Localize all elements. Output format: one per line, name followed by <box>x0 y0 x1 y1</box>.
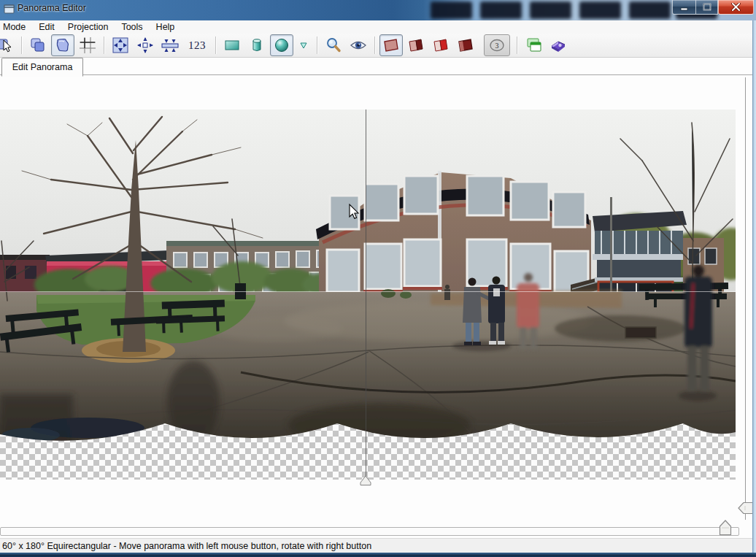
center-view-icon <box>136 37 154 54</box>
image-count-text: 3 <box>495 42 499 50</box>
background-window-button <box>431 1 472 19</box>
yaw-slider-track[interactable] <box>0 527 739 536</box>
maximize-icon <box>703 3 711 11</box>
tab-edit-panorama[interactable]: Edit Panorama <box>1 58 83 77</box>
identify-mode-icon <box>54 37 72 54</box>
projection-cylindrical-icon <box>248 37 266 54</box>
blend-seam-icon <box>406 37 425 54</box>
drag-mode-icon <box>29 37 47 54</box>
blend-normal-icon <box>382 37 401 54</box>
identify-mode-button[interactable] <box>51 34 74 56</box>
blend-highlight-icon <box>431 37 450 54</box>
blend-normal-button[interactable] <box>379 34 403 56</box>
photometrics-eye-icon <box>349 37 368 54</box>
drag-mode-button[interactable] <box>26 34 50 56</box>
projection-dropdown-button[interactable] <box>295 34 312 56</box>
toolbar-separator <box>517 37 517 54</box>
minimize-button[interactable] <box>672 0 695 15</box>
minimize-icon <box>680 4 689 11</box>
zoom-button[interactable] <box>322 34 345 56</box>
straighten-icon <box>161 37 180 54</box>
blend-seam-button[interactable] <box>404 34 428 56</box>
screen: { "window": { "title": "Panorama Editor"… <box>0 0 756 557</box>
toolbar-separator <box>215 37 216 54</box>
menu-help[interactable]: Help <box>150 20 182 34</box>
projection-rectilinear-icon <box>223 37 241 54</box>
background-window-button <box>629 1 671 19</box>
fit-view-button[interactable] <box>109 34 132 56</box>
panorama-preview <box>0 110 737 489</box>
window-right-border <box>752 20 756 553</box>
app-icon <box>4 4 15 18</box>
projection-cylindrical-button[interactable] <box>245 34 269 56</box>
center-view-button[interactable] <box>134 34 157 56</box>
menu-edit[interactable]: Edit <box>32 20 61 34</box>
projection-rectilinear-button[interactable] <box>220 34 244 56</box>
zoom-icon <box>325 37 342 54</box>
numeric-transform-button[interactable]: 123 <box>183 34 211 56</box>
toolbar: 123 <box>0 34 756 58</box>
background-window-button <box>530 1 571 19</box>
status-text: 60° x 180° Equirectangular - Move panora… <box>0 541 371 551</box>
menu-mode[interactable]: Mode <box>0 20 32 34</box>
pointer-mode-icon <box>0 37 14 54</box>
blend-highlight-button[interactable] <box>429 34 452 56</box>
image-number-icon: 3 <box>489 39 505 52</box>
menu-projection[interactable]: Projection <box>61 20 115 34</box>
caption-buttons <box>672 0 754 15</box>
toolbar-separator <box>374 37 375 54</box>
crop-mode-button[interactable] <box>76 34 99 56</box>
menubar: Mode Edit Projection Tools Help <box>0 20 756 34</box>
pointer-mode-button[interactable] <box>0 34 17 56</box>
statusbar: 60° x 180° Equirectangular - Move panora… <box>0 538 756 553</box>
photometrics-button[interactable] <box>347 34 370 56</box>
close-icon <box>731 3 741 11</box>
menu-tools[interactable]: Tools <box>115 20 149 34</box>
projection-spherical-icon <box>273 37 290 54</box>
background-window-button <box>579 1 621 19</box>
help-book-icon <box>549 37 567 54</box>
straighten-button[interactable] <box>158 34 182 56</box>
blend-difference-button[interactable] <box>454 34 477 56</box>
toolbar-separator <box>21 37 22 54</box>
panorama-canvas[interactable] <box>0 75 738 538</box>
fit-view-icon <box>112 37 129 54</box>
tabstrip: Edit Panorama <box>0 58 756 75</box>
numeric-transform-label: 123 <box>188 39 206 52</box>
projection-spherical-button[interactable] <box>270 34 293 56</box>
toolbar-separator <box>104 37 104 54</box>
overview-windows-icon <box>525 37 542 54</box>
toolbar-separator <box>317 37 317 54</box>
maximize-button[interactable] <box>695 0 718 15</box>
projection-dropdown-icon <box>299 41 308 50</box>
blend-difference-icon <box>456 37 475 54</box>
tab-label: Edit Panorama <box>12 62 73 72</box>
pitch-slider-track[interactable] <box>745 77 747 520</box>
panorama-photo <box>0 110 737 453</box>
overview-windows-button[interactable] <box>522 34 545 56</box>
help-book-button[interactable] <box>547 34 570 56</box>
yaw-slider-thumb[interactable] <box>718 519 733 537</box>
show-image-numbers-button[interactable]: 3 <box>484 34 510 56</box>
crop-mode-icon <box>79 37 96 54</box>
window-bottom-border <box>0 553 756 557</box>
close-button[interactable] <box>718 0 754 15</box>
background-window-button <box>480 1 522 19</box>
window-title: Panorama Editor <box>18 3 86 13</box>
titlebar[interactable]: Panorama Editor <box>0 0 756 21</box>
